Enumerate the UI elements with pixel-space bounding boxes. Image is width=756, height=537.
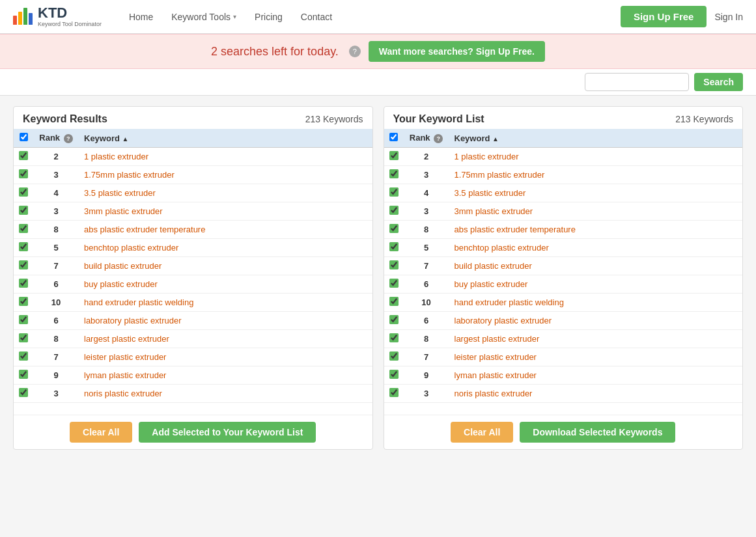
more-searches-button[interactable]: Want more searches? Sign Up Free. bbox=[369, 41, 545, 62]
row-keyword[interactable]: laboratory plastic extruder bbox=[449, 312, 743, 330]
nav-contact[interactable]: Contact bbox=[293, 8, 340, 26]
signup-button[interactable]: Sign Up Free bbox=[621, 6, 707, 27]
add-selected-button[interactable]: Add Selected to Your Keyword List bbox=[139, 422, 316, 443]
alert-help-icon[interactable]: ? bbox=[349, 46, 361, 57]
row-checkbox[interactable] bbox=[389, 187, 399, 197]
select-all-checkbox-right[interactable] bbox=[389, 133, 398, 141]
row-checkbox-cell[interactable] bbox=[384, 366, 404, 385]
row-checkbox[interactable] bbox=[19, 260, 28, 269]
row-keyword[interactable]: 3mm plastic extruder bbox=[79, 202, 372, 221]
row-checkbox-cell[interactable] bbox=[384, 257, 404, 275]
row-checkbox-cell[interactable] bbox=[14, 166, 33, 184]
row-checkbox[interactable] bbox=[19, 370, 28, 379]
row-checkbox-cell[interactable] bbox=[384, 312, 404, 330]
signin-link[interactable]: Sign In bbox=[714, 12, 743, 22]
row-checkbox-cell[interactable] bbox=[384, 184, 404, 202]
row-checkbox[interactable] bbox=[19, 388, 28, 397]
row-checkbox-cell[interactable] bbox=[14, 257, 33, 275]
row-checkbox-cell[interactable] bbox=[384, 221, 404, 239]
row-checkbox-cell[interactable] bbox=[14, 184, 33, 202]
row-checkbox-cell[interactable] bbox=[14, 202, 33, 221]
row-keyword[interactable]: buy plastic extruder bbox=[79, 275, 372, 294]
rank-help-icon-left[interactable]: ? bbox=[64, 134, 73, 143]
row-checkbox-cell[interactable] bbox=[14, 366, 33, 385]
row-keyword[interactable]: 1.75mm plastic extruder bbox=[449, 166, 743, 184]
row-checkbox-cell[interactable] bbox=[384, 294, 404, 312]
row-checkbox-cell[interactable] bbox=[384, 202, 404, 221]
row-checkbox-cell[interactable] bbox=[14, 385, 33, 403]
row-checkbox-cell[interactable] bbox=[14, 312, 33, 330]
row-keyword[interactable]: abs plastic extruder temperature bbox=[449, 221, 743, 239]
row-checkbox-cell[interactable] bbox=[384, 348, 404, 366]
keyword-results-scroll[interactable]: Rank ? Keyword ▲ 2 1 plastic extruder 3 bbox=[14, 129, 372, 415]
download-button[interactable]: Download Selected Keywords bbox=[520, 422, 675, 443]
col-keyword-header-right[interactable]: Keyword ▲ bbox=[449, 129, 743, 148]
row-checkbox[interactable] bbox=[389, 333, 399, 342]
search-input[interactable] bbox=[585, 73, 689, 91]
row-keyword[interactable]: build plastic extruder bbox=[449, 257, 743, 275]
row-checkbox[interactable] bbox=[19, 169, 28, 178]
row-checkbox[interactable] bbox=[19, 297, 28, 306]
row-keyword[interactable]: hand extruder plastic welding bbox=[449, 294, 743, 312]
row-checkbox[interactable] bbox=[389, 297, 399, 306]
row-checkbox[interactable] bbox=[389, 260, 399, 269]
row-checkbox[interactable] bbox=[19, 206, 28, 215]
row-keyword[interactable]: 3.5 plastic extruder bbox=[449, 184, 743, 202]
row-checkbox-cell[interactable] bbox=[14, 221, 33, 239]
row-checkbox[interactable] bbox=[389, 224, 399, 233]
brand-logo[interactable]: KTD Keyword Tool Dominator bbox=[13, 5, 102, 27]
row-checkbox[interactable] bbox=[389, 315, 399, 324]
row-checkbox-cell[interactable] bbox=[384, 148, 404, 166]
row-keyword[interactable]: largest plastic extruder bbox=[449, 330, 743, 348]
nav-pricing[interactable]: Pricing bbox=[247, 8, 290, 26]
select-all-checkbox-left[interactable] bbox=[20, 133, 28, 141]
row-keyword[interactable]: laboratory plastic extruder bbox=[79, 312, 372, 330]
row-keyword[interactable]: 1.75mm plastic extruder bbox=[79, 166, 372, 184]
search-button[interactable]: Search bbox=[694, 73, 743, 91]
row-checkbox[interactable] bbox=[389, 206, 399, 215]
row-checkbox[interactable] bbox=[389, 169, 399, 178]
col-keyword-header-left[interactable]: Keyword ▲ bbox=[79, 129, 372, 148]
col-checkbox-header[interactable] bbox=[14, 129, 33, 148]
row-checkbox[interactable] bbox=[19, 351, 28, 361]
row-checkbox[interactable] bbox=[389, 151, 399, 160]
rank-help-icon-right[interactable]: ? bbox=[434, 134, 443, 143]
row-keyword[interactable]: lyman plastic extruder bbox=[79, 366, 372, 385]
keyword-list-scroll[interactable]: Rank ? Keyword ▲ 2 1 plastic extruder 3 bbox=[384, 129, 743, 415]
row-checkbox-cell[interactable] bbox=[14, 275, 33, 294]
row-checkbox[interactable] bbox=[19, 279, 28, 288]
row-keyword[interactable]: lyman plastic extruder bbox=[449, 366, 743, 385]
nav-keyword-tools[interactable]: Keyword Tools ▾ bbox=[163, 8, 244, 26]
row-keyword[interactable]: noris plastic extruder bbox=[79, 385, 372, 403]
row-checkbox-cell[interactable] bbox=[14, 239, 33, 257]
row-keyword[interactable]: 1 plastic extruder bbox=[449, 148, 743, 166]
row-keyword[interactable]: buy plastic extruder bbox=[449, 275, 743, 294]
row-keyword[interactable]: leister plastic extruder bbox=[449, 348, 743, 366]
row-checkbox-cell[interactable] bbox=[384, 239, 404, 257]
row-checkbox[interactable] bbox=[19, 333, 28, 342]
row-keyword[interactable]: benchtop plastic extruder bbox=[79, 239, 372, 257]
row-checkbox[interactable] bbox=[389, 351, 399, 361]
row-keyword[interactable]: largest plastic extruder bbox=[79, 330, 372, 348]
row-checkbox-cell[interactable] bbox=[384, 330, 404, 348]
row-checkbox[interactable] bbox=[389, 279, 399, 288]
row-keyword[interactable]: leister plastic extruder bbox=[79, 348, 372, 366]
row-keyword[interactable]: noris plastic extruder bbox=[449, 385, 743, 403]
row-checkbox[interactable] bbox=[389, 242, 399, 251]
row-checkbox[interactable] bbox=[19, 315, 28, 324]
row-keyword[interactable]: 3.5 plastic extruder bbox=[79, 184, 372, 202]
row-checkbox[interactable] bbox=[389, 370, 399, 379]
row-checkbox-cell[interactable] bbox=[14, 348, 33, 366]
col-rank-header-left[interactable]: Rank ? bbox=[33, 129, 79, 148]
nav-home[interactable]: Home bbox=[121, 8, 161, 26]
clear-all-button-right[interactable]: Clear All bbox=[451, 422, 513, 443]
row-checkbox[interactable] bbox=[19, 224, 28, 233]
col-checkbox-header-right[interactable] bbox=[384, 129, 404, 148]
row-keyword[interactable]: hand extruder plastic welding bbox=[79, 294, 372, 312]
row-checkbox-cell[interactable] bbox=[384, 166, 404, 184]
clear-all-button-left[interactable]: Clear All bbox=[70, 422, 132, 443]
row-checkbox-cell[interactable] bbox=[14, 330, 33, 348]
row-checkbox-cell[interactable] bbox=[384, 275, 404, 294]
row-checkbox[interactable] bbox=[19, 187, 28, 197]
row-checkbox[interactable] bbox=[19, 242, 28, 251]
